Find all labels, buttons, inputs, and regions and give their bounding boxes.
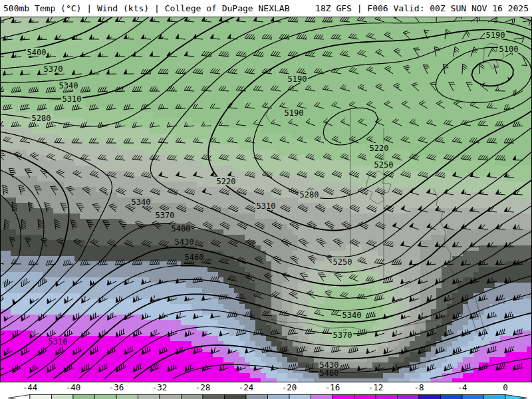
colorbar-tick: -16 (325, 382, 340, 392)
map-area: 5400537053405310528051905190519051005220… (0, 17, 532, 382)
svg-text:5340: 5340 (132, 198, 151, 207)
colorbar-segments (8, 395, 527, 399)
temperature-colorbar (0, 394, 532, 399)
svg-text:5190: 5190 (288, 74, 307, 84)
colorbar-tick: -8 (414, 382, 424, 392)
svg-text:5250: 5250 (374, 160, 394, 170)
svg-text:5280: 5280 (300, 190, 319, 200)
product-title: 500mb Temp (°C) | Wind (kts) | College o… (0, 3, 289, 13)
svg-text:5460: 5460 (320, 368, 339, 378)
svg-text:5340: 5340 (342, 311, 362, 320)
colorbar-tick: -20 (282, 382, 297, 392)
svg-text:5310: 5310 (49, 337, 68, 346)
colorbar-tick: -32 (152, 382, 168, 392)
colorbar-tick: -4 (457, 382, 467, 392)
weather-map: 5400537053405310528051905190519051005220… (0, 17, 532, 382)
svg-text:5220: 5220 (217, 177, 236, 186)
colorbar-tick: -12 (368, 382, 384, 392)
svg-text:5430: 5430 (175, 237, 194, 247)
svg-text:5340: 5340 (59, 81, 78, 90)
svg-text:5370: 5370 (44, 65, 63, 74)
header-bar: 500mb Temp (°C) | Wind (kts) | College o… (0, 0, 532, 17)
svg-text:5280: 5280 (32, 114, 51, 123)
svg-text:5370: 5370 (156, 211, 175, 220)
svg-text:5370: 5370 (333, 331, 352, 340)
svg-text:5190: 5190 (285, 108, 304, 118)
colorbar-tick: 0 (503, 382, 508, 392)
svg-text:5310: 5310 (257, 201, 276, 211)
svg-text:5190: 5190 (486, 31, 505, 40)
colorbar-tick: -36 (109, 382, 124, 392)
svg-text:5250: 5250 (333, 257, 352, 267)
colorbar-tick: -28 (196, 382, 211, 392)
colorbar-tick: -40 (66, 382, 81, 392)
colorbar-tick: -24 (239, 382, 254, 392)
svg-text:5220: 5220 (370, 144, 389, 153)
colorbar-tick: -44 (23, 382, 38, 392)
svg-text:5400: 5400 (27, 48, 47, 57)
colorbar-area (0, 392, 532, 399)
svg-text:5460: 5460 (185, 253, 204, 262)
model-run-valid-time: 18Z GFS | F006 Valid: 00Z SUN NOV 16 202… (315, 3, 532, 13)
svg-text:5400: 5400 (172, 224, 191, 233)
colorbar-tick-labels: -44-40-36-32-28-24-20-16-12-8-40 (0, 382, 532, 392)
svg-text:5100: 5100 (499, 45, 519, 54)
svg-text:5310: 5310 (63, 94, 82, 104)
